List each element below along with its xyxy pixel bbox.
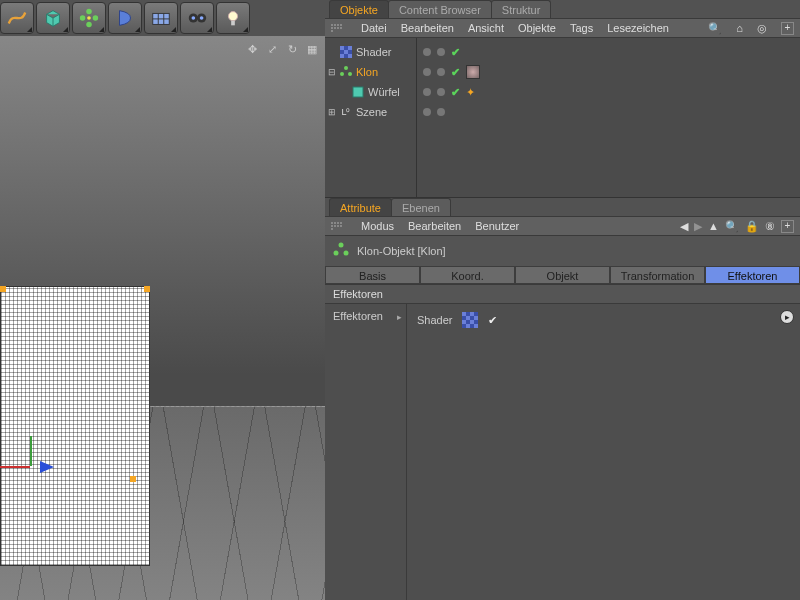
selection-handle[interactable] bbox=[130, 476, 136, 482]
search-icon[interactable]: 🔍 bbox=[725, 220, 739, 233]
subtab-koord[interactable]: Koord. bbox=[420, 266, 515, 284]
svg-point-2 bbox=[93, 15, 99, 21]
effektoren-list[interactable]: ▸ Shader ✔ bbox=[407, 304, 800, 600]
viewport-move-icon[interactable]: ✥ bbox=[245, 42, 259, 56]
effector-entry-shader[interactable]: Shader ✔ bbox=[417, 312, 790, 328]
attr-field-label-col: Effektoren ▸ bbox=[325, 304, 407, 600]
subtab-basis[interactable]: Basis bbox=[325, 266, 420, 284]
spline-tool-button[interactable] bbox=[0, 2, 34, 34]
viewport-zoom-icon[interactable]: ↻ bbox=[285, 42, 299, 56]
tree-row-wuerfel[interactable]: Würfel bbox=[327, 82, 414, 102]
subtab-transformation[interactable]: Transformation bbox=[610, 266, 705, 284]
attributes-menubar: Modus Bearbeiten Benutzer ◀ ▶ ▲ 🔍 🔒 ⑧ + bbox=[325, 216, 800, 236]
object-tags-column: ✔ ✔ ✔✦ bbox=[417, 38, 800, 197]
axis-x[interactable] bbox=[0, 466, 30, 468]
collapse-icon[interactable]: ⊟ bbox=[327, 67, 336, 77]
menu-bearbeiten[interactable]: Bearbeiten bbox=[401, 22, 454, 34]
axis-y[interactable] bbox=[30, 436, 32, 466]
cloner-icon bbox=[333, 242, 349, 260]
viewport[interactable]: ✥ ⤢ ↻ ▦ bbox=[0, 36, 325, 600]
menu-modus[interactable]: Modus bbox=[361, 220, 394, 232]
menu-lesezeichen[interactable]: Lesezeichen bbox=[607, 22, 669, 34]
list-options-button[interactable]: ▸ bbox=[780, 310, 794, 324]
search-icon[interactable]: 🔍 bbox=[708, 22, 722, 35]
tree-row-klon[interactable]: ⊟ Klon bbox=[327, 62, 414, 82]
mograph-tag-icon[interactable]: ✦ bbox=[466, 86, 475, 99]
svg-point-0 bbox=[86, 9, 92, 15]
viewport-nav-icons: ✥ ⤢ ↻ ▦ bbox=[245, 42, 319, 56]
tag-row[interactable]: ✔ bbox=[423, 62, 794, 82]
tag-row[interactable]: ✔✦ bbox=[423, 82, 794, 102]
expand-icon[interactable]: + bbox=[781, 220, 794, 233]
viewport-grid-icon[interactable]: ▦ bbox=[305, 42, 319, 56]
primitive-cube-button[interactable] bbox=[36, 2, 70, 34]
home-icon[interactable]: ⌂ bbox=[736, 22, 743, 34]
menu-benutzer[interactable]: Benutzer bbox=[475, 220, 519, 232]
tab-content-browser[interactable]: Content Browser bbox=[388, 0, 492, 18]
texture-tag-icon[interactable] bbox=[466, 65, 480, 79]
scene-icon: L⁰ bbox=[339, 105, 353, 119]
nav-back-icon[interactable]: ◀ bbox=[680, 220, 688, 233]
svg-point-19 bbox=[339, 243, 344, 248]
tab-ebenen[interactable]: Ebenen bbox=[391, 198, 451, 216]
subtab-objekt[interactable]: Objekt bbox=[515, 266, 610, 284]
deformer-button[interactable] bbox=[108, 2, 142, 34]
svg-rect-14 bbox=[231, 21, 235, 26]
camera-button[interactable] bbox=[180, 2, 214, 34]
grip-icon[interactable] bbox=[331, 24, 343, 32]
check-icon[interactable]: ✔ bbox=[451, 46, 460, 59]
chevron-right-icon[interactable]: ▸ bbox=[397, 312, 402, 322]
objects-menubar: Datei Bearbeiten Ansicht Objekte Tags Le… bbox=[325, 18, 800, 38]
check-icon[interactable]: ✔ bbox=[451, 86, 460, 99]
menu-objekte[interactable]: Objekte bbox=[518, 22, 556, 34]
tag-row[interactable]: ✔ bbox=[423, 42, 794, 62]
light-button[interactable] bbox=[216, 2, 250, 34]
check-icon[interactable]: ✔ bbox=[488, 314, 497, 327]
check-icon[interactable]: ✔ bbox=[451, 66, 460, 79]
viewport-cube-object[interactable] bbox=[0, 286, 150, 566]
expand-icon[interactable]: + bbox=[781, 22, 794, 35]
tag-row[interactable] bbox=[423, 102, 794, 122]
menu-bearbeiten[interactable]: Bearbeiten bbox=[408, 220, 461, 232]
tree-row-szene[interactable]: ⊞ L⁰ Szene bbox=[327, 102, 414, 122]
tree-label: Würfel bbox=[368, 86, 400, 98]
subtab-effektoren[interactable]: Effektoren bbox=[705, 266, 800, 284]
grip-icon[interactable] bbox=[331, 222, 343, 230]
svg-point-15 bbox=[344, 66, 348, 70]
object-tree[interactable]: Shader ⊟ Klon Würfel ⊞ L⁰ Szene bbox=[325, 38, 417, 197]
eye-icon[interactable]: ◎ bbox=[757, 22, 767, 35]
svg-point-13 bbox=[228, 12, 237, 21]
attribute-body: Effektoren ▸ ▸ Shader ✔ bbox=[325, 304, 800, 600]
generator-button[interactable] bbox=[72, 2, 106, 34]
svg-point-17 bbox=[348, 72, 352, 76]
nav-up-icon[interactable]: ▲ bbox=[708, 220, 719, 232]
svg-point-4 bbox=[87, 16, 91, 20]
cube-icon bbox=[351, 85, 365, 99]
menu-datei[interactable]: Datei bbox=[361, 22, 387, 34]
effector-label: Shader bbox=[417, 314, 452, 326]
cloner-icon bbox=[339, 65, 353, 79]
tree-row-shader[interactable]: Shader bbox=[327, 42, 414, 62]
environment-button[interactable] bbox=[144, 2, 178, 34]
lock-icon[interactable]: 🔒 bbox=[745, 220, 759, 233]
svg-point-21 bbox=[344, 251, 349, 256]
viewport-home-icon[interactable]: ⤢ bbox=[265, 42, 279, 56]
attributes-tabbar: Attribute Ebenen bbox=[325, 198, 800, 216]
svg-point-1 bbox=[80, 15, 86, 21]
nav-fwd-icon[interactable]: ▶ bbox=[694, 220, 702, 233]
selection-handle[interactable] bbox=[0, 286, 6, 292]
tree-label: Szene bbox=[356, 106, 387, 118]
menu-ansicht[interactable]: Ansicht bbox=[468, 22, 504, 34]
attribute-subtabs: Basis Koord. Objekt Transformation Effek… bbox=[325, 266, 800, 284]
objects-tabbar: Objekte Content Browser Struktur bbox=[325, 0, 800, 18]
tab-objekte[interactable]: Objekte bbox=[329, 0, 389, 18]
svg-point-12 bbox=[200, 16, 204, 20]
menu-tags[interactable]: Tags bbox=[570, 22, 593, 34]
selection-handle[interactable] bbox=[144, 286, 150, 292]
tab-struktur[interactable]: Struktur bbox=[491, 0, 552, 18]
tab-attribute[interactable]: Attribute bbox=[329, 198, 392, 216]
expand-icon[interactable]: ⊞ bbox=[327, 107, 336, 117]
axis-z[interactable] bbox=[40, 461, 54, 473]
link-icon[interactable]: ⑧ bbox=[765, 220, 775, 233]
right-panels: Objekte Content Browser Struktur Datei B… bbox=[325, 0, 800, 600]
